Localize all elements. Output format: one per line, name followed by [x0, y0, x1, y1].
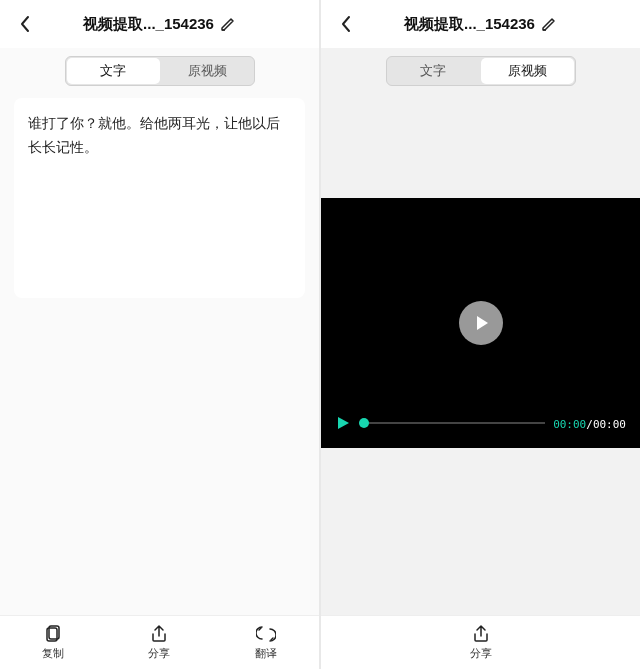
back-button[interactable] [10, 0, 40, 48]
chevron-left-icon [340, 15, 352, 33]
play-icon [471, 313, 491, 333]
translate-label: 翻译 [255, 646, 277, 661]
translate-icon [256, 624, 276, 644]
share-button[interactable]: 分享 [451, 624, 511, 661]
edit-title-button[interactable] [220, 16, 236, 32]
copy-icon [43, 624, 63, 644]
copy-button[interactable]: 复制 [23, 624, 83, 661]
back-button[interactable] [331, 0, 361, 48]
play-icon [335, 415, 351, 431]
copy-label: 复制 [42, 646, 64, 661]
header: 视频提取..._154236 [0, 0, 319, 48]
bottom-bar: 分享 [321, 615, 640, 669]
share-icon [471, 624, 491, 644]
video-player: 00:00/00:00 [321, 198, 640, 448]
share-button[interactable]: 分享 [129, 624, 189, 661]
pane-text-view: 视频提取..._154236 文字 原视频 谁打了你？就他。给他两耳光，让他以后… [0, 0, 319, 669]
page-title: 视频提取..._154236 [404, 15, 535, 34]
segmented-control: 文字 原视频 [65, 56, 255, 86]
time-duration: 00:00 [593, 418, 626, 431]
text-card: 谁打了你？就他。给他两耳光，让他以后长长记性。 [14, 98, 305, 298]
title-wrap: 视频提取..._154236 [404, 15, 557, 34]
tab-video[interactable]: 原视频 [161, 57, 254, 85]
page-title: 视频提取..._154236 [83, 15, 214, 34]
extracted-text: 谁打了你？就他。给他两耳光，让他以后长长记性。 [28, 112, 291, 160]
share-icon [149, 624, 169, 644]
segmented-control: 文字 原视频 [386, 56, 576, 86]
bottom-bar: 复制 分享 翻译 [0, 615, 319, 669]
tab-text[interactable]: 文字 [67, 58, 160, 84]
tab-video[interactable]: 原视频 [481, 58, 574, 84]
tab-text[interactable]: 文字 [387, 57, 480, 85]
pencil-icon [541, 16, 557, 32]
share-label: 分享 [148, 646, 170, 661]
share-label: 分享 [470, 646, 492, 661]
pencil-icon [220, 16, 236, 32]
play-small-button[interactable] [335, 415, 351, 431]
header: 视频提取..._154236 [321, 0, 640, 48]
title-wrap: 视频提取..._154236 [83, 15, 236, 34]
chevron-left-icon [19, 15, 31, 33]
video-controls: 00:00/00:00 [321, 414, 640, 432]
translate-button[interactable]: 翻译 [236, 624, 296, 661]
pane-video-view: 视频提取..._154236 文字 原视频 00:00/00:00 分 [321, 0, 640, 669]
time-current: 00:00 [553, 418, 586, 431]
time-display: 00:00/00:00 [553, 414, 626, 432]
progress-bar[interactable] [359, 422, 545, 424]
edit-title-button[interactable] [541, 16, 557, 32]
play-button[interactable] [459, 301, 503, 345]
